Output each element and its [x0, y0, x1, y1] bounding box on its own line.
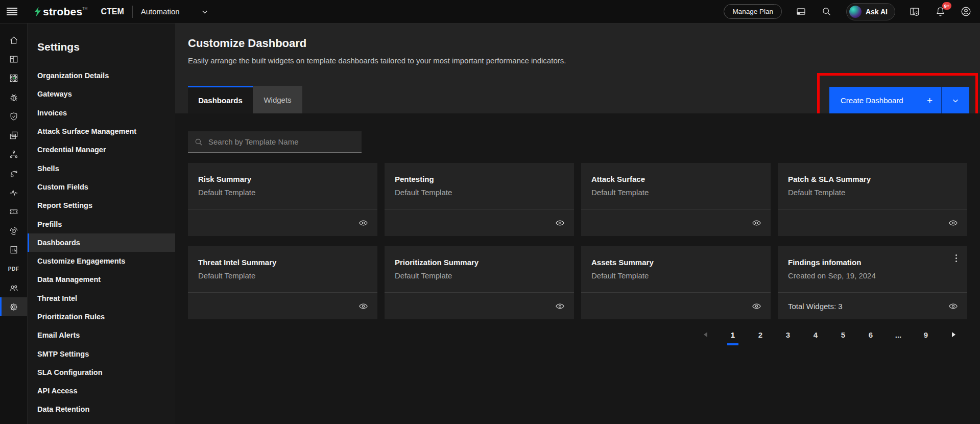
- pagination-next-button[interactable]: [940, 323, 967, 346]
- sidebar-item[interactable]: Gateways: [28, 85, 175, 103]
- dashboard-template-card[interactable]: Assets Summary Default Template: [581, 246, 771, 319]
- sidebar-item[interactable]: Shells: [28, 159, 175, 177]
- tab-content: Risk Summary Default Template Pentesting…: [175, 113, 980, 424]
- preview-eye-icon[interactable]: [555, 218, 565, 228]
- scan-target-icon[interactable]: [0, 221, 27, 240]
- preview-eye-icon[interactable]: [358, 218, 368, 228]
- card-overflow-menu-icon[interactable]: [951, 252, 961, 264]
- sidebar-item[interactable]: SLA Configuration: [28, 363, 175, 382]
- pdf-icon[interactable]: PDF: [0, 260, 27, 278]
- dashboard-template-card[interactable]: Patch & SLA Summary Default Template: [778, 163, 967, 236]
- pagination-prev-button[interactable]: [691, 323, 719, 346]
- preview-eye-icon[interactable]: [752, 301, 761, 311]
- pagination-page[interactable]: 3: [774, 323, 802, 346]
- sidebar-item-label: Dashboards: [37, 239, 80, 247]
- sidebar-item[interactable]: Credential Manager: [28, 140, 175, 159]
- tab-widgets[interactable]: Widgets: [253, 86, 302, 113]
- activity-pulse-icon[interactable]: [0, 183, 27, 202]
- dashboard-template-card[interactable]: Risk Summary Default Template: [188, 163, 377, 236]
- card-title: Prioritization Summary: [395, 258, 564, 267]
- account-avatar-icon[interactable]: [960, 6, 972, 18]
- preview-eye-icon[interactable]: [358, 301, 368, 311]
- sidebar-item[interactable]: Attack Surface Management: [28, 122, 175, 140]
- create-dashboard-main[interactable]: Create Dashboard +: [829, 87, 942, 114]
- card-title: Assets Summary: [591, 258, 760, 267]
- dashboard-template-card[interactable]: Findings infomation Created on Sep, 19, …: [778, 246, 967, 319]
- pagination-page[interactable]: ...: [885, 323, 912, 346]
- ticket-icon[interactable]: [0, 202, 27, 221]
- preview-eye-icon[interactable]: [948, 301, 958, 311]
- shield-check-icon[interactable]: [0, 107, 27, 126]
- dashboard-icon[interactable]: [0, 50, 27, 68]
- sidebar-item[interactable]: Report Settings: [28, 196, 175, 215]
- module-chevron-down-icon[interactable]: [201, 8, 208, 15]
- hamburger-menu-icon[interactable]: [0, 0, 23, 23]
- module-selector-label[interactable]: Automation: [141, 7, 180, 16]
- manage-plan-button[interactable]: Manage Plan: [724, 4, 782, 19]
- create-dashboard-button[interactable]: Create Dashboard +: [829, 87, 969, 114]
- tab-dashboards[interactable]: Dashboards: [188, 86, 253, 113]
- sidebar-item[interactable]: Data Retention: [28, 400, 175, 418]
- dashboard-template-card[interactable]: Attack Surface Default Template: [581, 163, 771, 236]
- sidebar-item[interactable]: Threat Intel: [28, 289, 175, 308]
- assets-grid-icon[interactable]: [0, 69, 27, 88]
- sidebar-title: Settings: [28, 23, 175, 66]
- sidebar-item[interactable]: Prefills: [28, 215, 175, 233]
- home-icon[interactable]: [0, 31, 27, 50]
- search-icon[interactable]: [821, 6, 833, 18]
- search-input[interactable]: [208, 137, 355, 146]
- product-tour-icon[interactable]: [909, 6, 921, 18]
- billing-card-icon[interactable]: [795, 6, 807, 18]
- users-icon[interactable]: [0, 278, 27, 297]
- pagination-page[interactable]: 1: [719, 323, 747, 346]
- create-dashboard-dropdown[interactable]: [942, 87, 969, 114]
- sidebar-item[interactable]: Custom Fields: [28, 178, 175, 196]
- caret-left-icon: [704, 332, 707, 337]
- dashboard-template-card[interactable]: Prioritization Summary Default Template: [385, 246, 574, 319]
- sidebar-item[interactable]: Email Alerts: [28, 326, 175, 344]
- sidebar-item[interactable]: Manage Plan: [28, 419, 175, 424]
- card-body: Prioritization Summary Default Template: [385, 246, 574, 280]
- card-body: Risk Summary Default Template: [188, 163, 377, 197]
- preview-eye-icon[interactable]: [752, 218, 761, 228]
- sidebar-item[interactable]: Invoices: [28, 104, 175, 122]
- hamburger-bars: [7, 6, 17, 17]
- sidebar-item-label: Prioritization Rules: [37, 313, 105, 321]
- sidebar-item[interactable]: API Access: [28, 382, 175, 400]
- sidebar-item[interactable]: Dashboards: [28, 233, 175, 252]
- card-subtitle: Default Template: [591, 271, 760, 280]
- sidebar-item[interactable]: Customize Engagements: [28, 252, 175, 270]
- table-stack-icon[interactable]: [0, 126, 27, 145]
- dashboard-template-card[interactable]: Threat Intel Summary Default Template: [188, 246, 377, 319]
- create-dashboard-label: Create Dashboard: [841, 96, 903, 105]
- notifications-bell-icon[interactable]: 9+: [934, 6, 946, 18]
- sidebar-item[interactable]: SMTP Settings: [28, 344, 175, 363]
- preview-eye-icon[interactable]: [948, 218, 958, 228]
- pagination-page[interactable]: 4: [802, 323, 829, 346]
- report-panel-icon[interactable]: [0, 240, 27, 259]
- sidebar-item[interactable]: Organization Details: [28, 66, 175, 85]
- preview-eye-icon[interactable]: [555, 301, 565, 311]
- page-header: Customize Dashboard Easily arrange the b…: [175, 23, 980, 113]
- pagination-page[interactable]: 9: [912, 323, 940, 346]
- ask-ai-button[interactable]: Ask AI: [846, 3, 895, 20]
- template-search[interactable]: [188, 131, 362, 153]
- pdf-icon-label: PDF: [8, 266, 19, 272]
- automation-sync-gear-icon[interactable]: [0, 164, 27, 183]
- findings-bug-icon[interactable]: [0, 88, 27, 107]
- pagination-page[interactable]: 6: [857, 323, 885, 346]
- card-body: Attack Surface Default Template: [581, 163, 771, 197]
- dashboard-template-card[interactable]: Pentesting Default Template: [385, 163, 574, 236]
- hierarchy-icon[interactable]: [0, 145, 27, 164]
- card-body: Patch & SLA Summary Default Template: [778, 163, 967, 197]
- sidebar-item[interactable]: Prioritization Rules: [28, 308, 175, 326]
- sidebar-item-label: Report Settings: [37, 201, 92, 209]
- pagination-page[interactable]: 5: [829, 323, 857, 346]
- strobes-logo[interactable]: strobes TM: [33, 6, 87, 18]
- pagination-page[interactable]: 2: [747, 323, 774, 346]
- sidebar-item-label: Data Management: [37, 275, 101, 284]
- sidebar-item[interactable]: Data Management: [28, 270, 175, 289]
- sidebar-item-label: Threat Intel: [37, 294, 77, 302]
- settings-gear-icon[interactable]: [0, 297, 27, 316]
- card-footer: [581, 292, 771, 319]
